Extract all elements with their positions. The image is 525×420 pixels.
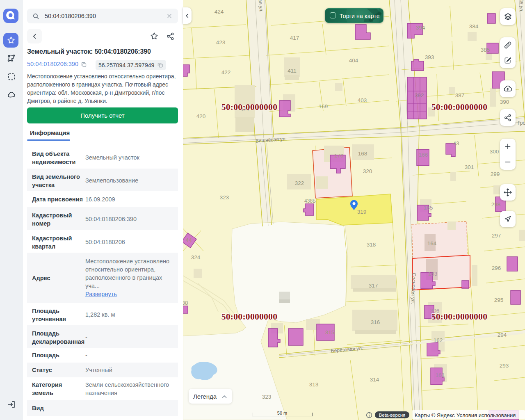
svg-text:ая ул.: ая ул. <box>518 0 525 13</box>
svg-text:403: 403 <box>358 97 367 103</box>
svg-text:424: 424 <box>215 9 224 15</box>
svg-text:316: 316 <box>371 319 380 325</box>
svg-text:Сосновая ул.: Сосновая ул. <box>410 273 417 304</box>
svg-text:438Б: 438Б <box>304 198 316 204</box>
svg-text:44: 44 <box>185 237 192 243</box>
svg-text:50:00:0000000: 50:00:0000000 <box>431 312 487 322</box>
svg-text:423: 423 <box>216 39 226 46</box>
svg-text:385: 385 <box>481 47 490 53</box>
svg-text:417: 417 <box>290 35 299 41</box>
svg-text:43: 43 <box>453 140 459 146</box>
svg-text:299: 299 <box>491 171 500 177</box>
svg-text:317: 317 <box>369 283 378 289</box>
svg-text:169: 169 <box>319 103 328 110</box>
svg-text:394: 394 <box>416 25 425 31</box>
svg-text:294: 294 <box>498 332 507 338</box>
svg-text:165: 165 <box>424 205 433 211</box>
svg-text:301: 301 <box>465 164 474 170</box>
svg-text:296: 296 <box>492 265 501 271</box>
svg-text:ая ул.: ая ул. <box>258 0 264 13</box>
svg-text:323: 323 <box>220 194 229 201</box>
svg-text:315: 315 <box>325 329 335 336</box>
svg-text:319: 319 <box>357 209 367 215</box>
svg-text:390: 390 <box>500 99 509 105</box>
svg-text:293: 293 <box>500 363 509 369</box>
svg-text:163: 163 <box>428 271 438 277</box>
svg-text:404: 404 <box>349 57 358 64</box>
svg-text:168: 168 <box>358 151 368 157</box>
svg-text:164: 164 <box>427 240 437 247</box>
svg-text:295: 295 <box>494 297 504 303</box>
svg-text:50:00:0000000: 50:00:0000000 <box>221 102 277 112</box>
svg-text:162: 162 <box>434 337 443 343</box>
svg-text:392: 392 <box>415 92 424 98</box>
svg-text:322: 322 <box>295 180 304 186</box>
svg-text:50 m: 50 m <box>277 411 287 415</box>
svg-text:323: 323 <box>262 394 272 400</box>
svg-text:420: 420 <box>196 113 206 119</box>
svg-text:300: 300 <box>490 148 499 155</box>
svg-text:Гро: Гро <box>518 120 525 126</box>
svg-text:313: 313 <box>309 381 319 388</box>
svg-text:50:00:0000000: 50:00:0000000 <box>221 312 277 322</box>
svg-text:393: 393 <box>425 54 434 60</box>
svg-text:324: 324 <box>191 254 201 260</box>
svg-text:170: 170 <box>334 153 344 159</box>
svg-text:161: 161 <box>436 372 445 378</box>
svg-text:411: 411 <box>288 68 297 74</box>
svg-text:422: 422 <box>221 69 231 75</box>
svg-text:166: 166 <box>419 152 428 158</box>
svg-text:50:00:0000000: 50:00:0000000 <box>431 102 487 112</box>
svg-text:384: 384 <box>469 23 479 30</box>
svg-text:297: 297 <box>492 233 501 239</box>
svg-text:320: 320 <box>363 168 372 174</box>
svg-text:387: 387 <box>455 92 465 98</box>
svg-text:298: 298 <box>491 201 501 208</box>
svg-text:38: 38 <box>183 300 188 306</box>
svg-text:314: 314 <box>370 377 379 383</box>
svg-text:318: 318 <box>367 242 376 248</box>
